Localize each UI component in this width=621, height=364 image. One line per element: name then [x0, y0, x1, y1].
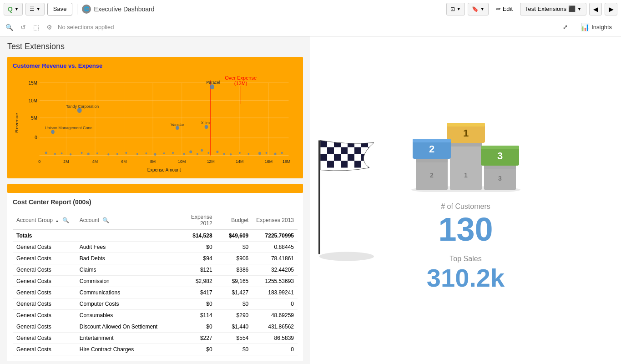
- svg-rect-69: [318, 141, 320, 254]
- bookmark-button[interactable]: 🔖 ▼: [468, 3, 489, 15]
- left-panel: Test Extensions Customer Revenue vs. Exp…: [0, 36, 310, 364]
- no-selections-text: No selections applied: [58, 24, 555, 30]
- account-search-icon[interactable]: 🔍: [102, 217, 109, 223]
- svg-text:0: 0: [38, 159, 40, 164]
- svg-rect-75: [327, 147, 334, 154]
- forward-button[interactable]: ▶: [605, 3, 617, 15]
- cell-expense: $0: [175, 344, 216, 355]
- svg-text:2: 2: [429, 143, 434, 155]
- checkered-flag-svg: [310, 136, 383, 263]
- totals-budget: $49,609: [216, 230, 252, 242]
- col-header-expense-2012: Expense2012: [175, 211, 216, 230]
- svg-text:1: 1: [463, 127, 468, 139]
- screen-icon: ⊡: [450, 6, 455, 12]
- sort-up-icon[interactable]: ▲: [55, 219, 59, 223]
- svg-rect-72: [334, 141, 341, 147]
- cell-budget: $290: [216, 310, 252, 321]
- svg-text:Xilinx: Xilinx: [201, 121, 211, 126]
- cell-expense: $121: [175, 264, 216, 276]
- svg-text:18M: 18M: [283, 159, 290, 164]
- cell-account: Hire Contract Charges: [76, 344, 175, 355]
- svg-point-46: [96, 152, 98, 154]
- save-button[interactable]: Save: [47, 3, 73, 15]
- account-group-search-icon[interactable]: 🔍: [62, 217, 69, 223]
- app-title-area: 🌐 Executive Dashboard: [82, 5, 154, 14]
- svg-text:Revenue: Revenue: [14, 113, 19, 133]
- table-row: General Costs Audit Fees $0 $0 0.88445: [13, 242, 298, 253]
- test-ext-dropdown: ▼: [577, 7, 581, 11]
- svg-point-49: [125, 152, 127, 154]
- svg-point-52: [154, 153, 157, 156]
- expand-icon: ⤢: [563, 24, 568, 30]
- test-extensions-button[interactable]: Test Extensions ⬛ ▼: [520, 3, 586, 15]
- svg-point-48: [116, 153, 118, 155]
- cell-expense: $114: [175, 310, 216, 321]
- insights-button[interactable]: 📊 Insights: [575, 21, 617, 33]
- forward-icon: ▶: [609, 5, 614, 13]
- cell-expenses2013: 0: [252, 298, 298, 310]
- cell-group: General Costs: [13, 242, 76, 253]
- svg-point-66: [266, 152, 268, 154]
- svg-point-55: [183, 153, 185, 155]
- table-body: Totals $14,528 $49,609 7225.70995 Genera…: [13, 230, 298, 355]
- cell-expense: $0: [175, 321, 216, 333]
- cell-group: General Costs: [13, 333, 76, 344]
- svg-rect-83: [327, 161, 334, 168]
- svg-point-41: [54, 153, 56, 155]
- cell-account: Bad Debts: [76, 253, 175, 264]
- screen-dropdown: ▼: [457, 7, 461, 11]
- svg-rect-76: [341, 147, 348, 154]
- cell-group: General Costs: [13, 344, 76, 355]
- svg-point-59: [207, 152, 209, 154]
- svg-text:6M: 6M: [121, 159, 126, 164]
- app-icon: 🌐: [82, 5, 91, 14]
- col-header-account-group: Account Group ▲ 🔍: [13, 211, 76, 230]
- svg-point-65: [258, 152, 261, 155]
- svg-point-43: [70, 153, 71, 155]
- zoom-icon[interactable]: 🔍: [4, 22, 15, 33]
- cell-group: General Costs: [13, 253, 76, 264]
- svg-text:Vanstar: Vanstar: [171, 122, 184, 127]
- svg-point-87: [319, 252, 374, 261]
- over-expense-label: Over Expense(12M): [225, 75, 257, 104]
- svg-point-67: [274, 152, 277, 155]
- cell-account: Communications: [76, 287, 175, 298]
- svg-rect-99: [413, 139, 451, 142]
- svg-text:Paracel: Paracel: [206, 80, 220, 85]
- refresh-icon[interactable]: ↺: [19, 22, 28, 33]
- select-icon[interactable]: ⬚: [31, 22, 41, 33]
- totals-label: Totals: [13, 230, 175, 242]
- nav-menu-button[interactable]: ☰ ▼: [25, 3, 45, 15]
- screen-button[interactable]: ⊡ ▼: [446, 3, 465, 15]
- svg-rect-82: [361, 154, 368, 161]
- cell-expense: $0: [175, 242, 216, 253]
- svg-point-47: [107, 153, 109, 155]
- expand-button[interactable]: ⤢: [559, 22, 571, 32]
- cell-group: General Costs: [13, 287, 76, 298]
- cell-expense: $227: [175, 333, 216, 344]
- svg-text:1: 1: [464, 172, 468, 179]
- back-button[interactable]: ◀: [589, 3, 602, 15]
- cell-expenses2013: 183.99241: [252, 287, 298, 298]
- podium-svg: 1 2 3 2 1 3: [407, 110, 525, 192]
- cost-center-table: Account Group ▲ 🔍 Account 🔍 Expense2012 …: [13, 211, 298, 355]
- app-menu-button[interactable]: Q ▼: [4, 3, 23, 15]
- main-content: Test Extensions Customer Revenue vs. Exp…: [0, 36, 621, 364]
- cell-expenses2013: 78.41861: [252, 253, 298, 264]
- svg-text:2: 2: [430, 172, 434, 179]
- cell-account: Computer Costs: [76, 298, 175, 310]
- edit-button[interactable]: ✏ Edit: [491, 4, 517, 14]
- second-toolbar: 🔍 ↺ ⬚ ⚙ No selections applied ⤢ 📊 Insigh…: [0, 18, 621, 36]
- table-row: General Costs Commission $2,982 $9,165 1…: [13, 276, 298, 287]
- cell-expenses2013: 0.88445: [252, 242, 298, 253]
- svg-text:2M: 2M: [63, 159, 69, 164]
- cell-budget: $386: [216, 264, 252, 276]
- cell-account: Audit Fees: [76, 242, 175, 253]
- top-sales-value: 310.2k: [319, 265, 612, 291]
- chart-area[interactable]: Over Expense(12M): [13, 73, 298, 173]
- svg-text:3: 3: [497, 150, 502, 162]
- svg-rect-77: [354, 147, 361, 154]
- totals-expense: $14,528: [175, 230, 216, 242]
- settings-icon[interactable]: ⚙: [45, 22, 54, 33]
- cell-expense: $94: [175, 253, 216, 264]
